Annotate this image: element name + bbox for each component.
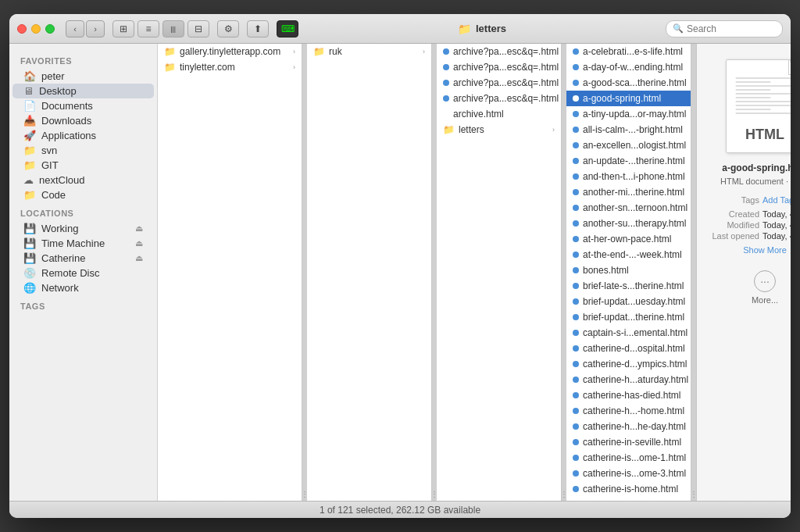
preview-filename: a-good-spring.html <box>722 162 791 173</box>
list-item[interactable]: catherine-d...ospital.html <box>566 341 691 356</box>
sidebar-item-remote-disc[interactable]: 💿 Remote Disc <box>12 266 154 280</box>
list-item[interactable]: a-good-sca...therine.html <box>566 75 691 91</box>
list-item[interactable]: catherine-h...he-day.html <box>566 419 691 434</box>
list-item[interactable]: archive?pa...esc&q=.html <box>437 75 561 91</box>
column-view-button[interactable]: ⫼ <box>162 20 184 37</box>
eject-icon[interactable]: ⏏ <box>135 253 143 263</box>
eject-icon[interactable]: ⏏ <box>135 223 143 234</box>
sidebar-item-catherine[interactable]: 💾 Catherine ⏏ <box>12 251 154 266</box>
add-tags-button[interactable]: Add Tags... <box>762 195 791 205</box>
list-item[interactable]: at-the-end-...-week.html <box>566 247 691 262</box>
dot-icon <box>573 486 579 492</box>
list-item[interactable]: captain-s-i...emental.html <box>566 325 691 341</box>
sidebar-item-downloads[interactable]: 📥 Downloads <box>12 113 154 128</box>
share-button[interactable]: ⬆ <box>247 20 269 37</box>
list-item[interactable]: bones.html <box>566 262 691 278</box>
search-box[interactable]: 🔍 <box>666 20 783 37</box>
show-more-button[interactable]: Show More <box>743 245 787 255</box>
list-item[interactable]: catherine-is-home.html <box>566 481 691 497</box>
close-button[interactable] <box>17 24 27 34</box>
list-item[interactable]: brief-updat...uesday.html <box>566 294 691 309</box>
back-button[interactable]: ‹ <box>66 20 84 37</box>
list-item[interactable]: 📁 ruk › <box>307 44 431 59</box>
sidebar-item-label: Remote Disc <box>41 267 99 279</box>
item-label: archive.html <box>453 109 504 120</box>
folder-icon: 📁 <box>443 124 455 135</box>
list-item[interactable]: 📁 gallery.tinyletterapp.com › <box>158 44 302 59</box>
sidebar-item-desktop[interactable]: 🖥 Desktop <box>12 84 154 98</box>
sidebar-item-network[interactable]: 🌐 Network <box>12 280 154 295</box>
doc-line <box>736 101 791 102</box>
sidebar-item-nextcloud[interactable]: ☁ nextCloud <box>12 173 154 187</box>
modified-row: Modified Today, 4:38 PM <box>705 220 791 230</box>
chevron-right-icon: › <box>293 63 295 71</box>
sidebar-item-label: nextCloud <box>39 174 85 186</box>
list-item[interactable]: a-tiny-upda...or-may.html <box>566 106 691 122</box>
list-item[interactable]: a-good-spring.html <box>566 91 691 106</box>
forward-button[interactable]: › <box>86 20 105 37</box>
sidebar-item-label: Desktop <box>39 85 77 97</box>
list-item[interactable]: all-is-calm-...-bright.html <box>566 122 691 137</box>
list-item[interactable]: an-excellen...ologist.html <box>566 137 691 153</box>
list-item[interactable]: archive?pa...esc&q=.html <box>437 44 561 59</box>
documents-icon: 📄 <box>23 100 36 112</box>
sidebar-item-code[interactable]: 📁 Code <box>12 187 154 202</box>
maximize-button[interactable] <box>45 24 55 34</box>
sidebar-item-git[interactable]: 📁 GIT <box>12 158 154 173</box>
eject-icon[interactable]: ⏏ <box>135 238 143 248</box>
dot-icon <box>573 173 579 180</box>
list-item[interactable]: catherine-is...ome-1.html <box>566 450 691 466</box>
list-item[interactable]: catherine-h...aturday.html <box>566 372 691 387</box>
list-item[interactable]: another-sn...ternoon.html <box>566 200 691 216</box>
dot-icon <box>443 95 449 102</box>
terminal-button[interactable]: ⌨ <box>277 20 298 37</box>
list-item[interactable]: 📁 tinyletter.com › <box>158 59 302 75</box>
sidebar: Favorites 🏠 peter 🖥 Desktop 📄 Documents … <box>9 44 158 501</box>
list-item[interactable]: catherine-is...ome-3.html <box>566 466 691 481</box>
list-item[interactable]: 📁 letters › <box>437 122 561 137</box>
list-item[interactable]: catherine-has-died.html <box>566 387 691 403</box>
list-item[interactable]: brief-late-s...therine.html <box>566 278 691 294</box>
sidebar-item-working[interactable]: 💾 Working ⏏ <box>12 221 154 236</box>
list-view-button[interactable]: ≡ <box>138 20 159 37</box>
sidebar-item-time-machine[interactable]: 💾 Time Machine ⏏ <box>12 236 154 251</box>
dot-icon <box>573 267 579 273</box>
icon-view-button[interactable]: ⊞ <box>112 20 134 37</box>
list-item[interactable]: at-her-own-pace.html <box>566 231 691 247</box>
item-label: catherine-d...ospital.html <box>583 343 685 354</box>
created-value: Today, 4:38 PM <box>762 209 791 219</box>
sidebar-item-svn[interactable]: 📁 svn <box>12 143 154 158</box>
list-item[interactable]: an-update-...therine.html <box>566 153 691 169</box>
dot-icon <box>573 314 579 320</box>
dot-icon <box>573 392 579 398</box>
home-icon: 🏠 <box>23 70 36 82</box>
dot-icon <box>573 252 579 258</box>
list-item[interactable]: another-mi...therine.html <box>566 184 691 200</box>
list-item[interactable]: and-then-t...i-phone.html <box>566 169 691 184</box>
doc-line <box>736 89 771 91</box>
gallery-view-button[interactable]: ⊟ <box>188 20 209 37</box>
dot-icon <box>573 220 579 227</box>
list-item[interactable]: archive?pa...esc&q=.html <box>437 91 561 106</box>
doc-line <box>736 93 791 95</box>
list-item[interactable]: brief-updat...therine.html <box>566 309 691 325</box>
item-label: brief-updat...uesday.html <box>583 296 685 307</box>
list-item[interactable]: catherine-in-seville.html <box>566 434 691 450</box>
minimize-button[interactable] <box>31 24 41 34</box>
more-circle-icon[interactable]: ··· <box>754 270 776 292</box>
list-item[interactable]: a-celebrati...e-s-life.html <box>566 44 691 59</box>
titlebar: ‹ › ⊞ ≡ ⫼ ⊟ ⚙ ⬆ ⌨ 📁 letters 🔍 <box>9 14 791 44</box>
sidebar-item-documents[interactable]: 📄 Documents <box>12 98 154 113</box>
item-label: a-good-spring.html <box>583 93 661 104</box>
list-item[interactable]: another-su...therapy.html <box>566 216 691 231</box>
list-item[interactable]: catherine-d...ympics.html <box>566 356 691 372</box>
list-item[interactable]: catherine-h...-home.html <box>566 403 691 419</box>
list-item[interactable]: a-day-of-w...ending.html <box>566 59 691 75</box>
sidebar-item-applications[interactable]: 🚀 Applications <box>12 128 154 143</box>
sidebar-item-peter[interactable]: 🏠 peter <box>12 69 154 84</box>
list-item[interactable]: archive?pa...esc&q=.html <box>437 59 561 75</box>
list-item[interactable]: archive.html <box>437 106 561 122</box>
action-button[interactable]: ⚙ <box>217 20 239 37</box>
column-browser: 📁 gallery.tinyletterapp.com › 📁 tinylett… <box>158 44 791 501</box>
search-input[interactable] <box>687 23 776 34</box>
